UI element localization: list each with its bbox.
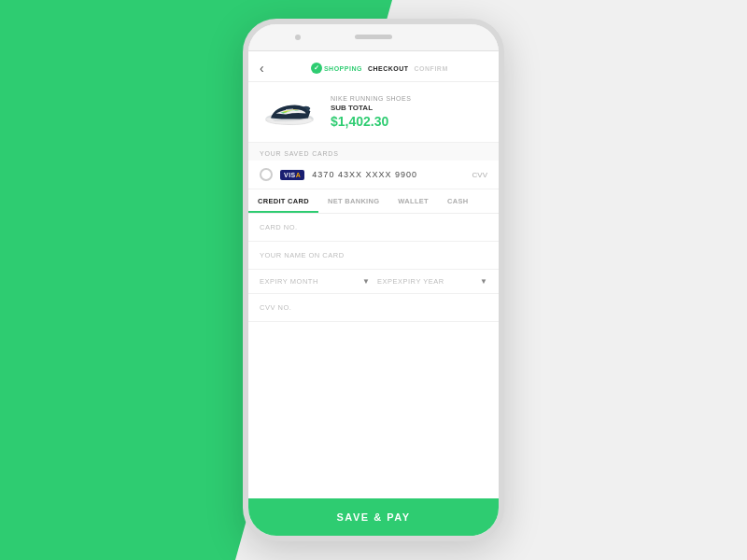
phone-shell: ‹ ✓ SHOPPING CHECKOUT CONFIRM bbox=[243, 19, 504, 541]
card-no-label: CARD NO. bbox=[260, 223, 487, 231]
cvv-no-field[interactable]: CVV NO. bbox=[248, 294, 499, 322]
payment-tabs: CREDIT CARD NET BANKING WALLET CASH bbox=[248, 189, 499, 214]
step-checkout: CHECKOUT bbox=[368, 65, 409, 72]
name-on-card-label: YOUR NAME ON CARD bbox=[260, 251, 487, 259]
product-image bbox=[260, 91, 319, 133]
step-confirm: CONFIRM bbox=[415, 65, 448, 72]
cvv-no-label: CVV NO. bbox=[260, 303, 487, 312]
expiry-month-dropdown-icon: ▼ bbox=[362, 277, 370, 286]
cvv-label: CVV bbox=[472, 171, 487, 179]
expiry-year-dropdown-icon: ▼ bbox=[480, 277, 487, 286]
expiry-month-select[interactable]: EXPIRY MONTH ▼ bbox=[260, 277, 370, 286]
back-button[interactable]: ‹ bbox=[260, 61, 264, 76]
product-info: NIKE RUNNING SHOES SUB TOTAL $1,402.30 bbox=[331, 95, 411, 129]
step-check-icon: ✓ bbox=[311, 63, 322, 74]
step-shopping: ✓ SHOPPING bbox=[311, 63, 362, 74]
saved-cards-label: YOUR SAVED CARDS bbox=[248, 143, 499, 161]
app-screen: ‹ ✓ SHOPPING CHECKOUT CONFIRM bbox=[248, 50, 499, 536]
product-name: NIKE RUNNING SHOES bbox=[331, 95, 411, 102]
phone-speaker bbox=[355, 35, 392, 39]
tab-net-banking[interactable]: NET BANKING bbox=[318, 189, 388, 213]
name-on-card-field[interactable]: YOUR NAME ON CARD bbox=[248, 242, 499, 270]
subtotal-label: SUB TOTAL bbox=[331, 104, 411, 112]
card-radio-button[interactable] bbox=[260, 168, 273, 181]
nav-header: ‹ ✓ SHOPPING CHECKOUT CONFIRM bbox=[248, 51, 499, 82]
card-no-field[interactable]: CARD NO. bbox=[248, 214, 499, 242]
tab-wallet[interactable]: WALLET bbox=[388, 189, 438, 213]
visa-badge: VISA bbox=[280, 170, 304, 180]
product-section: NIKE RUNNING SHOES SUB TOTAL $1,402.30 bbox=[248, 82, 499, 143]
expiry-month-label: EXPIRY MONTH bbox=[260, 277, 318, 286]
expiry-year-select[interactable]: EXPEXPIRY YEAR ▼ bbox=[377, 277, 487, 286]
save-pay-button[interactable]: SAVE & PAY bbox=[248, 498, 499, 536]
form-section: CARD NO. YOUR NAME ON CARD EXPIRY MONTH … bbox=[248, 214, 499, 498]
expiry-year-label: EXPEXPIRY YEAR bbox=[377, 277, 444, 286]
tab-credit-card[interactable]: CREDIT CARD bbox=[248, 189, 318, 213]
tab-cash[interactable]: CASH bbox=[438, 189, 477, 213]
subtotal-amount: $1,402.30 bbox=[331, 114, 411, 129]
phone-top-bar bbox=[248, 24, 499, 50]
phone-camera bbox=[295, 35, 301, 40]
nav-steps: ✓ SHOPPING CHECKOUT CONFIRM bbox=[272, 63, 487, 74]
expiry-row: EXPIRY MONTH ▼ EXPEXPIRY YEAR ▼ bbox=[248, 270, 499, 294]
card-number: 4370 43XX XXXX 9900 bbox=[312, 170, 472, 179]
saved-card-row[interactable]: VISA 4370 43XX XXXX 9900 CVV bbox=[248, 161, 499, 189]
